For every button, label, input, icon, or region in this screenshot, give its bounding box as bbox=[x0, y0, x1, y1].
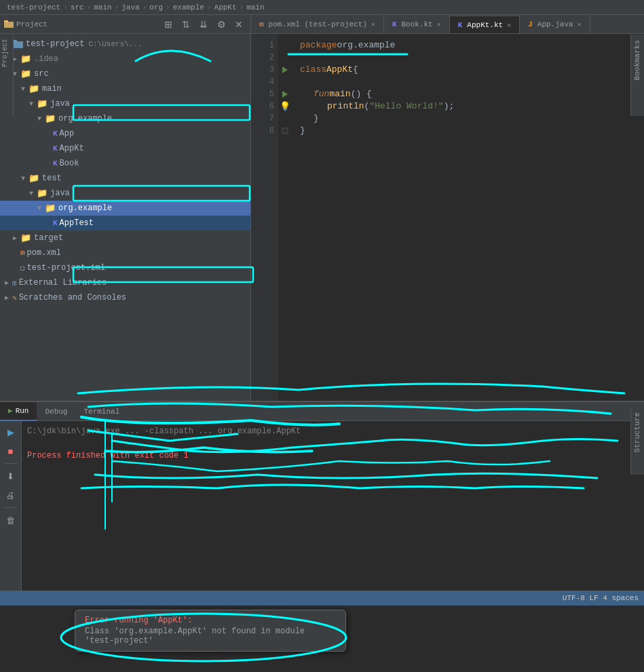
breadcrumb-item[interactable]: main bbox=[246, 3, 264, 12]
svg-marker-4 bbox=[282, 66, 288, 73]
tab-close-button[interactable]: ✕ bbox=[577, 20, 582, 28]
sidebar-title-label: Project bbox=[4, 20, 48, 28]
clear-button[interactable]: 🗑 bbox=[3, 512, 19, 528]
arrow-icon: ▼ bbox=[19, 85, 27, 93]
tree-item-java[interactable]: ▼ 📁 java bbox=[0, 96, 250, 111]
svg-text:-: - bbox=[284, 128, 287, 134]
tab-book[interactable]: K Book.kt ✕ bbox=[384, 16, 450, 33]
code-line-3: class AppKt { bbox=[300, 64, 636, 76]
tree-item-app[interactable]: ▶ K App bbox=[0, 126, 250, 141]
output-line-3: Process finished with exit code 1 bbox=[27, 450, 639, 462]
project-path-hint: C:\Users\... bbox=[88, 40, 142, 48]
tab-pom[interactable]: m pom.xml (test-project) ✕ bbox=[251, 16, 384, 33]
tab-terminal[interactable]: Terminal bbox=[75, 402, 128, 421]
folder-icon: 📁 bbox=[20, 68, 31, 79]
code-line-8: } bbox=[300, 125, 636, 137]
tree-item-idea[interactable]: ▶ 📁 .idea bbox=[0, 52, 250, 66]
tree-item-iml[interactable]: ▶ ◻ test-project.iml bbox=[0, 260, 250, 275]
tab-close-button[interactable]: ✕ bbox=[371, 20, 375, 28]
breadcrumb-item[interactable]: test-project bbox=[7, 3, 60, 12]
tab-label: Debug bbox=[45, 408, 67, 416]
settings-button[interactable]: ⚙ bbox=[214, 18, 229, 31]
gutter-area: 💡 - bbox=[278, 34, 292, 401]
stop-button[interactable]: ■ bbox=[3, 443, 19, 459]
arrow-icon: ▼ bbox=[27, 190, 35, 197]
tab-label: App.java bbox=[537, 20, 573, 28]
folder-icon: 📁 bbox=[37, 98, 48, 109]
code-line-6: println("Hello World!"); bbox=[300, 100, 636, 113]
tree-item-main[interactable]: ▼ 📁 main bbox=[0, 81, 250, 96]
structure-tab-label[interactable]: Structure bbox=[631, 407, 643, 458]
arrow-icon: ▶ bbox=[3, 279, 11, 287]
tab-label: Run bbox=[16, 407, 29, 415]
folder-icon bbox=[4, 20, 14, 28]
breadcrumb-item[interactable]: java bbox=[121, 3, 139, 12]
xml-file-icon: m bbox=[20, 249, 25, 257]
tree-item-apptest[interactable]: ▶ K AppTest bbox=[0, 216, 250, 231]
tab-label: Terminal bbox=[83, 408, 119, 416]
editor-area: m pom.xml (test-project) ✕ K Book.kt ✕ K… bbox=[251, 15, 644, 401]
tree-item-ext-libs[interactable]: ▶ ⊞ External Libraries bbox=[0, 275, 250, 290]
collapse-all-button[interactable]: ⇊ bbox=[196, 18, 211, 31]
bottom-sidebar-tools: ▶ ■ ⬇ 🖨 🗑 bbox=[0, 421, 22, 591]
svg-rect-0 bbox=[4, 22, 14, 28]
bulb-gutter-icon[interactable]: 💡 bbox=[278, 100, 292, 113]
layout-toggle-button[interactable]: ⊞ bbox=[161, 18, 176, 31]
run-gutter-icon[interactable] bbox=[278, 64, 292, 76]
run-icon bbox=[281, 90, 289, 98]
bottom-content: ▶ ■ ⬇ 🖨 🗑 C:\jdk\bin\java.exe ... -class… bbox=[0, 421, 644, 591]
tree-item-book[interactable]: ▶ K Book bbox=[0, 156, 250, 171]
bookmarks-vertical-tab[interactable]: Bookmarks bbox=[630, 35, 644, 116]
tree-item-pom[interactable]: ▶ m pom.xml bbox=[0, 245, 250, 260]
project-label: Project bbox=[16, 20, 48, 28]
tab-close-button[interactable]: ✕ bbox=[507, 21, 511, 29]
tree-item-target[interactable]: ▶ 📁 target bbox=[0, 231, 250, 245]
tree-item-scratches[interactable]: ▶ ✎ Scratches and Consoles bbox=[0, 290, 250, 305]
structure-vertical-tab[interactable]: Structure bbox=[630, 407, 644, 475]
breadcrumb-item[interactable]: AppKt bbox=[214, 3, 237, 12]
tab-app-java[interactable]: J App.java ✕ bbox=[520, 16, 590, 33]
svg-rect-1 bbox=[4, 20, 8, 22]
sidebar-panel: Project ⊞ ⇅ ⇊ ⚙ ✕ ▼ test-project C:\User… bbox=[0, 15, 251, 401]
tree-item-org-example-test[interactable]: ▼ 📁 org.example bbox=[0, 201, 250, 216]
terminal-output[interactable]: C:\jdk\bin\java.exe ... -classpath ... o… bbox=[22, 421, 644, 591]
project-tab-label[interactable]: Project bbox=[0, 35, 10, 71]
breadcrumb-item[interactable]: org bbox=[149, 3, 163, 12]
project-vertical-tab[interactable]: Project bbox=[0, 35, 14, 116]
breadcrumb-item[interactable]: src bbox=[71, 3, 84, 12]
tree-item-org-example-main[interactable]: ▼ 📁 org.example bbox=[0, 111, 250, 126]
tree-item-test-project[interactable]: ▼ test-project C:\Users\... bbox=[0, 37, 250, 52]
tab-appkt[interactable]: K AppKt.kt ✕ bbox=[450, 16, 520, 33]
close-brace-gutter-icon[interactable]: - bbox=[278, 125, 292, 137]
tree-label: test bbox=[42, 174, 62, 183]
run-method-gutter-icon[interactable] bbox=[278, 88, 292, 100]
tree-label: Book bbox=[60, 159, 79, 168]
tree-item-test[interactable]: ▼ 📁 test bbox=[0, 171, 250, 186]
tree-label: java bbox=[50, 99, 70, 108]
print-button[interactable]: 🖨 bbox=[3, 487, 19, 503]
sidebar-toolbar: Project ⊞ ⇅ ⇊ ⚙ ✕ bbox=[0, 15, 250, 34]
tree-item-java-test[interactable]: ▼ 📁 java bbox=[0, 186, 250, 201]
breadcrumb-item[interactable]: main bbox=[94, 3, 111, 12]
expand-all-button[interactable]: ⇅ bbox=[178, 18, 193, 31]
extlib-icon: ⊞ bbox=[12, 279, 17, 288]
svg-marker-5 bbox=[282, 91, 288, 98]
status-bar: UTF-8 LF 4 spaces bbox=[0, 591, 644, 606]
tree-item-appkt[interactable]: ▶ K AppKt bbox=[0, 141, 250, 156]
code-content[interactable]: package org.example class AppKt { fun ma… bbox=[292, 34, 644, 401]
tab-close-button[interactable]: ✕ bbox=[437, 20, 441, 28]
close-sidebar-button[interactable]: ✕ bbox=[231, 18, 246, 31]
arrow-icon: ▼ bbox=[27, 100, 35, 108]
tree-item-src[interactable]: ▼ 📁 src bbox=[0, 66, 250, 81]
breadcrumb-item[interactable]: example bbox=[173, 3, 204, 12]
tab-run[interactable]: ▶ Run bbox=[0, 402, 37, 421]
rerun-button[interactable]: ▶ bbox=[3, 424, 19, 440]
scroll-end-button[interactable]: ⬇ bbox=[3, 468, 19, 484]
tab-debug[interactable]: Debug bbox=[37, 402, 75, 421]
error-balloon: Error running 'AppKt': Class 'org.exampl… bbox=[75, 610, 346, 652]
bookmarks-tab-label[interactable]: Bookmarks bbox=[631, 35, 643, 85]
scratch-icon: ✎ bbox=[12, 294, 17, 302]
output-line-1: C:\jdk\bin\java.exe ... -classpath ... o… bbox=[27, 425, 639, 437]
arrow-icon: ▼ bbox=[35, 115, 43, 123]
tree-label: main bbox=[42, 84, 62, 94]
